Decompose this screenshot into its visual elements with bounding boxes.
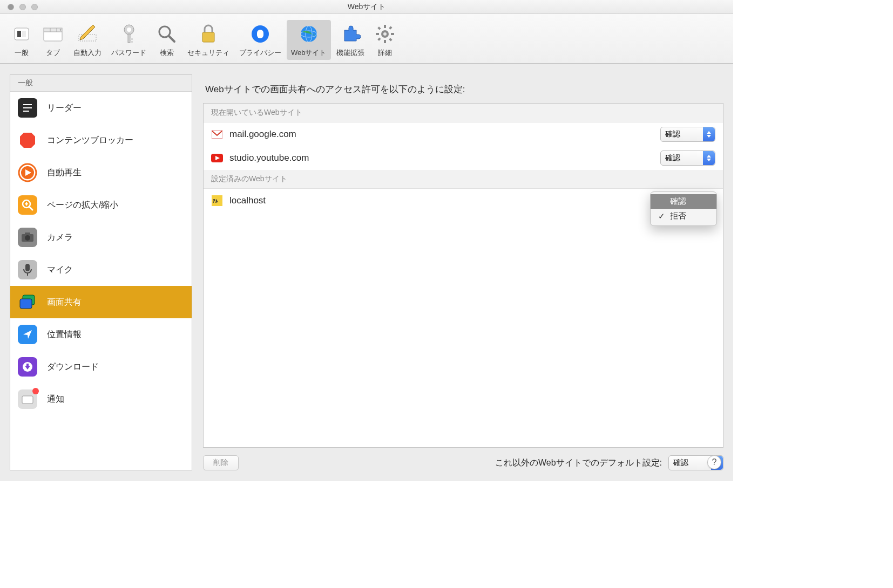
site-name: localhost <box>229 195 654 206</box>
titlebar: Webサイト <box>0 0 733 14</box>
sidebar-item-label: マイク <box>47 264 73 276</box>
sidebar-item-label: 自動再生 <box>47 167 82 179</box>
svg-rect-1 <box>17 31 21 37</box>
svg-rect-3 <box>44 31 62 41</box>
window-title: Webサイト <box>6 2 727 12</box>
content-area: 一般 リーダー コンテンツブロッカー 自動再生 <box>0 64 733 481</box>
svg-rect-49 <box>20 299 32 309</box>
screenshare-icon <box>18 292 37 312</box>
svg-point-44 <box>25 235 30 241</box>
minimize-button[interactable] <box>19 4 26 10</box>
svg-rect-13 <box>130 41 133 43</box>
preferences-toolbar: 一般 + タブ 自動入力 パスワード 検索 <box>0 14 733 64</box>
tab-passwords[interactable]: パスワード <box>107 20 151 60</box>
sidebar-item-notification[interactable]: 通知 <box>10 383 192 415</box>
tab-label: 機能拡張 <box>336 48 364 58</box>
dropdown-option-label: 拒否 <box>670 211 686 221</box>
permission-select[interactable]: 拒否 確認 ✓ 拒否 <box>660 193 715 208</box>
sidebar-item-label: リーダー <box>47 102 82 114</box>
sidebar-item-location[interactable]: 位置情報 <box>10 318 192 351</box>
gmail-favicon-icon <box>211 128 223 140</box>
sidebar-item-label: カメラ <box>47 232 73 243</box>
svg-rect-0 <box>15 28 29 40</box>
zoom-button[interactable] <box>31 4 38 10</box>
site-row[interactable]: ｱﾙ localhost 拒否 確認 ✓ <box>204 189 723 213</box>
sidebar-item-zoom[interactable]: ページの拡大/縮小 <box>10 189 192 221</box>
tab-label: Webサイト <box>291 48 327 58</box>
default-label: これ以外のWebサイトでのデフォルト設定: <box>245 457 662 469</box>
permission-value: 確認 <box>665 129 680 139</box>
search-icon <box>156 23 178 45</box>
svg-rect-30 <box>377 37 381 40</box>
sidebar-item-label: 画面共有 <box>47 297 82 308</box>
svg-rect-29 <box>389 26 392 29</box>
main-heading: Webサイトでの画面共有へのアクセス許可を以下のように設定: <box>205 83 721 95</box>
permission-dropdown: 確認 ✓ 拒否 <box>650 192 717 226</box>
dropdown-option-label: 確認 <box>670 196 686 207</box>
svg-rect-28 <box>389 38 392 41</box>
globe-icon <box>298 23 320 45</box>
tab-search[interactable]: 検索 <box>152 20 182 60</box>
autoplay-icon <box>18 163 37 182</box>
svg-rect-45 <box>25 233 30 235</box>
svg-rect-26 <box>391 33 394 35</box>
tab-label: 自動入力 <box>73 48 102 58</box>
general-icon <box>11 23 32 45</box>
svg-line-15 <box>169 36 174 42</box>
svg-point-10 <box>127 28 131 32</box>
sidebar-item-camera[interactable]: カメラ <box>10 221 192 254</box>
svg-marker-50 <box>23 330 32 339</box>
permission-value: 確認 <box>665 153 680 163</box>
permission-select[interactable]: 確認 <box>660 151 715 166</box>
svg-line-40 <box>29 207 32 210</box>
reader-icon <box>18 98 37 118</box>
delete-button[interactable]: 削除 <box>203 455 239 470</box>
lock-icon <box>198 23 219 45</box>
tab-label: セキュリティ <box>187 48 229 58</box>
youtube-favicon-icon <box>211 152 223 164</box>
tab-websites[interactable]: Webサイト <box>287 20 331 60</box>
tab-privacy[interactable]: プライバシー <box>235 20 286 60</box>
close-button[interactable] <box>8 4 14 10</box>
sidebar-item-blocker[interactable]: コンテンツブロッカー <box>10 124 192 156</box>
tab-label: 一般 <box>15 48 29 58</box>
svg-rect-11 <box>128 34 130 43</box>
autofill-icon <box>77 23 98 45</box>
sidebar: 一般 リーダー コンテンツブロッカー 自動再生 <box>10 74 192 470</box>
tab-general[interactable]: 一般 <box>6 20 37 60</box>
svg-rect-53 <box>22 396 33 404</box>
svg-text:ｱﾙ: ｱﾙ <box>213 199 218 204</box>
tab-extensions[interactable]: 機能拡張 <box>332 20 369 60</box>
notification-icon-wrap <box>18 389 37 409</box>
dropdown-option-confirm[interactable]: 確認 <box>651 194 716 209</box>
gear-icon <box>374 23 396 45</box>
sidebar-item-download[interactable]: ダウンロード <box>10 351 192 383</box>
tab-label: 検索 <box>160 48 174 58</box>
check-icon: ✓ <box>658 211 666 221</box>
sidebar-item-label: 通知 <box>47 394 64 405</box>
help-button[interactable]: ? <box>707 455 721 469</box>
permission-select[interactable]: 確認 <box>660 127 715 142</box>
traffic-lights <box>8 4 38 10</box>
svg-rect-18 <box>257 30 263 38</box>
site-row[interactable]: mail.google.com 確認 <box>204 122 723 146</box>
main-panel: Webサイトでの画面共有へのアクセス許可を以下のように設定: 現在開いているWe… <box>203 74 723 470</box>
svg-point-31 <box>383 32 387 36</box>
sidebar-item-reader[interactable]: リーダー <box>10 92 192 124</box>
mic-icon <box>18 260 37 279</box>
sidebar-item-autoplay[interactable]: 自動再生 <box>10 156 192 189</box>
tab-tabs[interactable]: + タブ <box>38 20 68 60</box>
sidebar-item-screenshare[interactable]: 画面共有 <box>10 286 192 318</box>
tab-autofill[interactable]: 自動入力 <box>69 20 106 60</box>
tab-advanced[interactable]: 詳細 <box>370 20 400 60</box>
tab-security[interactable]: セキュリティ <box>183 20 234 60</box>
dropdown-option-deny[interactable]: ✓ 拒否 <box>651 209 716 223</box>
zoom-icon <box>18 195 37 215</box>
site-row[interactable]: studio.youtube.com 確認 <box>204 146 723 170</box>
subheader-open: 現在開いているWebサイト <box>204 104 723 122</box>
site-name: studio.youtube.com <box>229 153 654 163</box>
sidebar-item-mic[interactable]: マイク <box>10 254 192 286</box>
svg-rect-25 <box>376 33 379 35</box>
location-icon <box>18 325 37 344</box>
tab-label: プライバシー <box>239 48 281 58</box>
